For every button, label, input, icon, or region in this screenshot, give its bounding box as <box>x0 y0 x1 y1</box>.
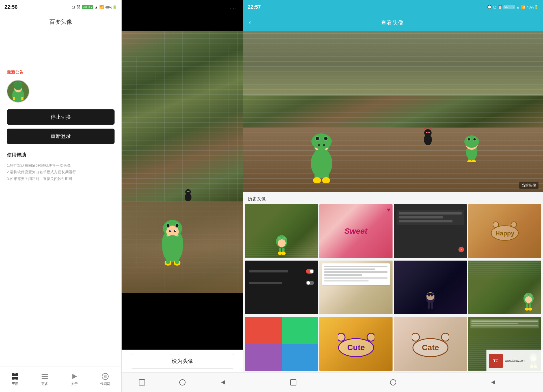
svg-point-72 <box>428 132 430 133</box>
svg-rect-5 <box>13 97 15 100</box>
svg-point-87 <box>428 295 430 296</box>
svg-point-58 <box>464 135 479 148</box>
right-anime-char-right <box>460 131 483 163</box>
svg-point-20 <box>187 191 188 192</box>
history-cell-3[interactable]: × <box>394 204 467 258</box>
history-cell-9[interactable] <box>245 317 318 371</box>
svg-point-97 <box>525 308 529 311</box>
history-cell-5[interactable] <box>245 261 318 314</box>
middle-anime-image <box>122 31 243 293</box>
svg-point-47 <box>316 137 319 140</box>
help-section: 使用帮助 1.软件默认每间隔5秒随机更换一次头像 2.请将软件设置为白名单模式方… <box>7 152 115 182</box>
svg-text:刷: 刷 <box>104 375 107 378</box>
svg-point-83 <box>493 222 499 228</box>
square-nav-icon[interactable] <box>137 378 146 387</box>
right-title-bar: ‹ 查看头像 <box>243 14 543 31</box>
nav-item-apps[interactable]: 应用 <box>11 372 19 386</box>
more-icon <box>41 372 49 380</box>
relogin-button[interactable]: 重新登录 <box>7 129 115 144</box>
svg-point-61 <box>468 138 470 140</box>
right-status-bar: 22:57 💬 🖫 ⏰ VoLTE2 ▲ 📶 48%🔋 <box>243 0 543 14</box>
svg-point-40 <box>180 380 185 385</box>
svg-point-32 <box>167 224 169 227</box>
middle-top-black <box>122 0 243 31</box>
nav-item-about[interactable]: 关于 <box>70 372 78 386</box>
svg-point-51 <box>311 149 332 178</box>
svg-point-54 <box>313 177 321 183</box>
middle-panel: ··· <box>122 0 243 392</box>
svg-rect-90 <box>431 302 433 309</box>
history-grid: ♥ Sweet × Happy <box>243 204 543 372</box>
svg-rect-8 <box>15 373 18 376</box>
sweet-text: Sweet <box>344 227 367 236</box>
help-line-3: 3.如果需要关闭功能，直接关闭软件即可 <box>7 176 115 182</box>
right-status-icons: 💬 🖫 ⏰ VoLTE2 ▲ 📶 48%🔋 <box>487 5 538 9</box>
left-status-bar: 22:56 🖫 ⏰ VoLTE2 ▲ 📶 48%🔋 <box>0 0 121 14</box>
set-avatar-button[interactable]: 设为头像 <box>131 354 234 369</box>
svg-point-101 <box>338 333 345 341</box>
play-icon <box>70 372 78 380</box>
svg-rect-37 <box>166 256 170 264</box>
svg-point-49 <box>318 144 320 146</box>
svg-rect-10 <box>15 377 18 380</box>
svg-point-66 <box>471 160 476 162</box>
tc-url: www.tcsqw.com <box>505 359 525 363</box>
svg-point-102 <box>367 333 374 341</box>
gong-text: 公告 <box>15 70 24 74</box>
battery-text-r: 48%🔋 <box>527 5 538 9</box>
help-line-2: 2.请将软件设置为白名单模式方便长期运行 <box>7 169 115 175</box>
save-icon-r: 🖫 <box>493 5 497 9</box>
signal-icon-r: 📶 <box>521 5 525 9</box>
right-square-nav[interactable] <box>289 378 298 387</box>
svg-point-71 <box>426 132 428 133</box>
anime-character <box>156 215 189 267</box>
svg-point-48 <box>324 137 327 140</box>
history-cell-6[interactable] <box>319 261 393 314</box>
black-cat-right <box>421 126 435 147</box>
right-home-nav[interactable] <box>389 378 398 387</box>
history-cell-11[interactable]: Cate <box>394 317 467 371</box>
back-nav-icon[interactable] <box>218 378 227 387</box>
svg-point-68 <box>424 129 432 137</box>
right-main-image: 当前头像 <box>243 31 543 192</box>
history-cell-1[interactable] <box>245 204 318 258</box>
middle-bottom-black <box>122 293 243 350</box>
history-cell-2[interactable]: ♥ Sweet <box>319 204 393 258</box>
nav-more-label: 更多 <box>41 382 48 386</box>
tc-text: www.tcsqw.com <box>505 359 525 363</box>
history-cell-10[interactable]: Cute <box>319 317 393 371</box>
svg-rect-6 <box>21 97 23 100</box>
svg-point-76 <box>282 237 286 240</box>
svg-point-4 <box>14 82 22 90</box>
svg-point-50 <box>323 144 325 146</box>
history-cell-7[interactable] <box>394 261 467 314</box>
set-avatar-bar: 设为头像 <box>122 350 243 372</box>
middle-bottom-nav <box>122 372 243 392</box>
svg-marker-69 <box>423 127 426 129</box>
nav-brush-label: 代刷网 <box>100 382 110 386</box>
svg-point-94 <box>529 294 532 297</box>
current-label: 当前头像 <box>519 182 538 189</box>
svg-point-18 <box>185 189 191 195</box>
right-back-nav[interactable] <box>488 378 497 387</box>
stop-switch-button[interactable]: 停止切换 <box>7 109 115 125</box>
svg-rect-89 <box>428 302 430 309</box>
svg-point-84 <box>511 222 517 228</box>
history-cell-8[interactable] <box>468 261 541 314</box>
battery-text: 48%🔋 <box>105 5 117 9</box>
svg-point-98 <box>528 308 532 311</box>
history-cell-4[interactable]: Happy <box>468 204 541 258</box>
svg-marker-70 <box>430 127 432 129</box>
svg-point-34 <box>162 235 183 262</box>
svg-rect-11 <box>42 374 48 375</box>
home-nav-icon[interactable] <box>178 378 187 387</box>
volte-badge-r: VoLTE2 <box>503 5 515 9</box>
nav-item-more[interactable]: 更多 <box>41 372 49 386</box>
svg-text:Cute: Cute <box>347 343 365 352</box>
svg-point-105 <box>412 333 419 341</box>
back-button[interactable]: ‹ <box>249 19 251 26</box>
nav-item-brush[interactable]: 刷 代刷网 <box>100 372 110 386</box>
wechat-icon: 💬 <box>487 5 492 9</box>
left-bottom-nav: 应用 更多 关于 刷 <box>0 367 121 392</box>
more-dots-button[interactable]: ··· <box>230 5 238 12</box>
